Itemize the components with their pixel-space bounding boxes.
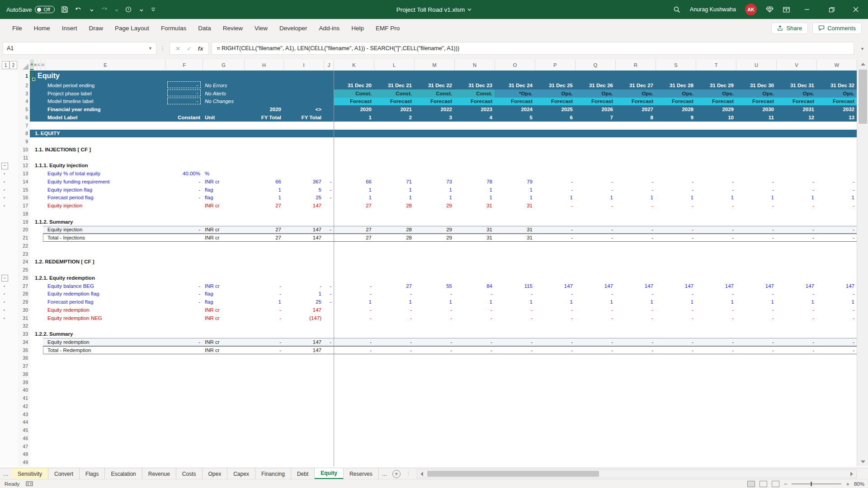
sheet-tab-sensitivity[interactable]: Sensitivity bbox=[12, 468, 48, 479]
cell-M35[interactable]: - bbox=[414, 346, 454, 354]
row-header-31[interactable]: 31 bbox=[18, 315, 28, 321]
cell-R28[interactable]: - bbox=[615, 290, 656, 298]
cell-IT20[interactable]: Equity injection bbox=[45, 226, 164, 234]
cell-S31[interactable]: - bbox=[656, 314, 696, 322]
cell-P17[interactable]: - bbox=[535, 202, 575, 210]
cell-H29[interactable]: 1 bbox=[244, 298, 283, 306]
sheet-tab-escalation[interactable]: Escalation bbox=[105, 468, 142, 479]
cell-K6[interactable]: 1 bbox=[334, 113, 374, 122]
cell-G27[interactable]: INR cr bbox=[203, 282, 244, 290]
cell-G16[interactable]: flag bbox=[203, 194, 244, 202]
cell-K16[interactable]: 1 bbox=[334, 194, 374, 202]
cell-T2[interactable]: 31 Dec 29 bbox=[696, 81, 736, 89]
cell-L6[interactable]: 2 bbox=[374, 113, 414, 122]
cell-S29[interactable]: 1 bbox=[656, 298, 696, 306]
sheet-tab-financing[interactable]: Financing bbox=[255, 468, 291, 479]
cell-H31[interactable]: - bbox=[244, 314, 283, 322]
cell-P3[interactable]: Ops. bbox=[535, 89, 575, 98]
cell-N4[interactable]: Forecast bbox=[454, 98, 495, 106]
cell-F34[interactable]: - bbox=[165, 338, 203, 346]
cell-M27[interactable]: 55 bbox=[414, 282, 454, 290]
cell-W27[interactable]: 147 bbox=[816, 282, 857, 290]
cell-P30[interactable]: - bbox=[535, 306, 575, 314]
cell-U2[interactable]: 31 Dec 30 bbox=[736, 81, 776, 89]
cell-G13[interactable]: % bbox=[203, 169, 244, 178]
active-cell-selection[interactable] bbox=[30, 71, 35, 80]
ribbon-tab-emf-pro[interactable]: EMF Pro bbox=[370, 21, 406, 35]
row-header-37[interactable]: 37 bbox=[18, 363, 28, 369]
cell-Q21[interactable]: - bbox=[575, 234, 615, 242]
cell-I31[interactable]: (147) bbox=[283, 314, 324, 322]
row-header-17[interactable]: 17 bbox=[18, 203, 28, 208]
cell-Q5[interactable]: 2026 bbox=[575, 105, 615, 113]
cell-N21[interactable]: 31 bbox=[454, 234, 495, 242]
cell-T27[interactable]: 147 bbox=[696, 282, 736, 290]
row-header-2[interactable]: 2 bbox=[18, 83, 28, 88]
cell-P15[interactable]: - bbox=[535, 186, 575, 194]
row-header-11[interactable]: 11 bbox=[18, 155, 28, 160]
vertical-scroll-thumb[interactable] bbox=[859, 70, 867, 124]
cell-I17[interactable]: 147 bbox=[283, 202, 324, 210]
cell-K21[interactable]: 27 bbox=[334, 234, 374, 242]
cell-I20[interactable]: 147 bbox=[283, 226, 324, 234]
cell-V16[interactable]: 1 bbox=[776, 194, 816, 202]
row-header-35[interactable]: 35 bbox=[18, 347, 28, 353]
undo-button[interactable] bbox=[75, 6, 83, 14]
cell-T31[interactable]: - bbox=[696, 314, 736, 322]
cell-O27[interactable]: 115 bbox=[495, 282, 535, 290]
cell-P29[interactable]: 1 bbox=[535, 298, 575, 306]
cell-L20[interactable]: 28 bbox=[374, 226, 414, 234]
outline-collapse-button-row-12[interactable]: − bbox=[1, 163, 8, 169]
save-icon[interactable] bbox=[61, 6, 69, 14]
cell-U3[interactable]: Ops. bbox=[736, 89, 776, 98]
cell-K15[interactable]: 1 bbox=[334, 186, 374, 194]
cell-L4[interactable]: Forecast bbox=[374, 98, 414, 106]
row-header-9[interactable]: 9 bbox=[18, 139, 28, 144]
cell-T30[interactable]: - bbox=[696, 306, 736, 314]
col-header-E[interactable]: E bbox=[45, 60, 165, 70]
cell-H20[interactable]: 27 bbox=[244, 226, 283, 234]
row-header-27[interactable]: 27 bbox=[18, 283, 28, 289]
cell-M14[interactable]: 73 bbox=[414, 178, 454, 186]
cell-H27[interactable]: - bbox=[244, 282, 283, 290]
cell-N6[interactable]: 4 bbox=[454, 113, 495, 122]
ribbon-tab-help[interactable]: Help bbox=[345, 21, 370, 35]
cell-R35[interactable]: - bbox=[615, 346, 656, 354]
cell-T15[interactable]: - bbox=[696, 186, 736, 194]
zoom-slider[interactable] bbox=[792, 483, 841, 484]
col-header-L[interactable]: L bbox=[374, 60, 414, 70]
cell-O34[interactable]: - bbox=[495, 338, 535, 346]
cell-K29[interactable]: 1 bbox=[334, 298, 374, 306]
cell-S16[interactable]: 1 bbox=[656, 194, 696, 202]
cell-I21[interactable]: 147 bbox=[283, 234, 324, 242]
undo-dropdown-icon[interactable] bbox=[90, 5, 94, 14]
cell-F14[interactable]: - bbox=[165, 178, 203, 186]
cell-H21[interactable]: 27 bbox=[244, 234, 283, 242]
cell-W29[interactable]: 1 bbox=[816, 298, 857, 306]
col-header-N[interactable]: N bbox=[454, 60, 495, 70]
sheet-tab-reserves[interactable]: Reserves bbox=[344, 468, 379, 479]
cell-J16[interactable]: - bbox=[324, 194, 334, 202]
cell-I28[interactable]: 1 bbox=[283, 290, 324, 298]
row-header-41[interactable]: 41 bbox=[18, 395, 28, 401]
cell-O14[interactable]: 79 bbox=[495, 178, 535, 186]
cell-K34[interactable]: - bbox=[334, 338, 374, 346]
cell-W14[interactable]: - bbox=[816, 178, 857, 186]
cell-O15[interactable]: 1 bbox=[495, 186, 535, 194]
cell-U4[interactable]: Forecast bbox=[736, 98, 776, 106]
new-sheet-button[interactable]: + bbox=[391, 468, 402, 479]
share-button[interactable]: Share bbox=[771, 23, 808, 34]
row-header-33[interactable]: 33 bbox=[18, 331, 28, 337]
cell-F15[interactable]: - bbox=[165, 186, 203, 194]
cell-IT29[interactable]: Forecast period flag bbox=[45, 298, 164, 306]
cell-H30[interactable]: - bbox=[244, 306, 283, 314]
cell-F6[interactable]: Constant bbox=[165, 113, 203, 122]
cell-M4[interactable]: Forecast bbox=[414, 98, 454, 106]
cell-U30[interactable]: - bbox=[736, 306, 776, 314]
cell-R30[interactable]: - bbox=[615, 306, 656, 314]
cell-Q27[interactable]: 147 bbox=[575, 282, 615, 290]
cell-HD19[interactable]: 1.1.2. Summary bbox=[33, 218, 222, 226]
row-header-6[interactable]: 6 bbox=[18, 115, 28, 120]
cell-M16[interactable]: 1 bbox=[414, 194, 454, 202]
formula-input[interactable]: = RIGHT(CELL("filename", A1), LEN(CELL("… bbox=[212, 42, 854, 55]
